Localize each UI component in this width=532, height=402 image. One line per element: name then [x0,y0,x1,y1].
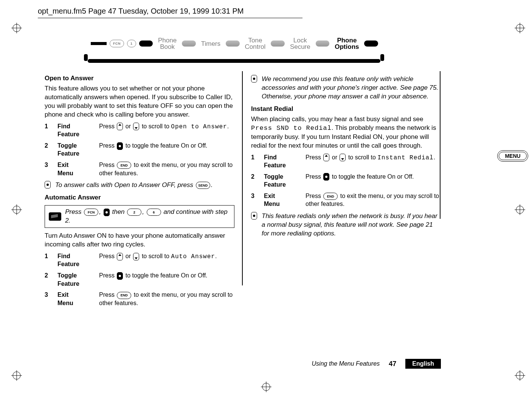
note-instant-redial: This feature redials only when the netwo… [251,212,441,238]
scroll-click-icon [251,75,257,83]
section-title-open-to-answer: Open to Answer [45,74,234,83]
scroll-click-icon [117,272,123,280]
step-text: Press or to scroll to Open to Answer. [99,122,234,139]
breadcrumb-tone-control: Tone Control [243,37,268,50]
breadcrumb-separator [182,41,196,47]
step-text: Press or to scroll to Instant Redial. [306,153,441,170]
column-divider [242,71,243,285]
key-fcn: FCN [84,209,98,216]
step-text: Press or to scroll to Auto Answer. [99,252,234,268]
column-divider-right [440,71,440,219]
scroll-click-icon [104,209,110,216]
breadcrumb-separator [271,41,285,47]
open-to-answer-intro: This feature allows you to set whether o… [45,84,234,119]
breadcrumb-separator [364,41,378,47]
bottom-registration-mark [261,382,271,394]
shortcut-icon [49,212,61,221]
step-text: Press END to exit the menu, or you may s… [306,192,441,208]
step-row: 2 Toggle Feature Press to toggle the fea… [45,142,234,158]
scroll-click-icon [117,142,123,150]
breadcrumb-separator [226,41,240,47]
section-title-instant-redial: Instant Redial [251,105,441,114]
breadcrumb-underline [88,59,380,63]
frame-header-text: opt_menu.fm5 Page 47 Tuesday, October 19… [38,7,302,18]
page-footer: Using the Menu Features 47 English [45,359,441,369]
step-row: 3 Exit Menu Press END to exit the menu, … [251,192,441,208]
scroll-click-icon [323,173,329,181]
step-row: 1 Find Feature Press or to scroll to Ope… [45,122,234,139]
note-auto-answer-vehicle: We recommend you use this feature only w… [251,75,441,101]
instant-redial-intro: When placing calls, you may hear a fast … [251,115,441,150]
step-row: 2 Toggle Feature Press to toggle the fea… [45,271,234,288]
step-row: 3 Exit Menu Press END to exit the menu, … [45,291,234,307]
key-end: END [117,162,131,169]
breadcrumb-lock-secure: Lock Secure [288,37,313,50]
breadcrumb: FCN 1 Phone Book Timers Tone Control Loc… [91,37,378,50]
menu-thumb-tab: MENU [497,150,528,163]
breadcrumb-phone-options: Phone Options [332,37,361,50]
scroll-up-icon [323,154,329,161]
breadcrumb-lead-bar [91,42,107,45]
scroll-up-icon [117,253,123,260]
key-end: END [117,292,131,299]
page-number: 47 [389,360,396,368]
breadcrumb-phone-book: Phone Book [156,37,179,50]
breadcrumb-separator [139,41,153,47]
section-title-automatic-answer: Automatic Answer [45,193,234,202]
step-text: Press to toggle the feature On or Off. [99,142,234,158]
footer-language: English [405,359,441,369]
scroll-down-icon [133,123,139,130]
scroll-down-icon [133,253,139,260]
key-send: SEND [196,182,210,189]
note-open-to-answer: To answer calls with Open to Answer OFF,… [45,181,234,190]
scroll-click-icon [251,212,257,220]
menu-thumb-tab-label: MENU [499,152,527,160]
step-text: Press to toggle the feature On or Off. [306,173,441,189]
step-row: 2 Toggle Feature Press to toggle the fea… [251,173,441,189]
step-row: 3 Exit Menu Press END to exit the menu, … [45,161,234,177]
breadcrumb-timers: Timers [199,41,223,47]
breadcrumb-separator [316,41,330,47]
scroll-up-icon [117,123,123,130]
frame-header: opt_menu.fm5 Page 47 Tuesday, October 19… [38,7,302,18]
step-row: 1 Find Feature Press or to scroll to Aut… [45,252,234,268]
shortcut-box: Press FCN, then 2, 6 and continue with s… [45,205,234,228]
auto-answer-intro: Turn Auto Answer ON to have your phone a… [45,232,234,249]
key-6: 6 [147,209,161,216]
step-row: 1 Find Feature Press or to scroll to Ins… [251,153,441,170]
scroll-click-icon [45,181,51,189]
step-text: Press to toggle the feature On or Off. [99,271,234,288]
step-text: Press END to exit the menu, or you may s… [99,291,234,307]
scroll-down-icon [340,154,346,161]
step-text: Press END to exit the menu, or you may s… [99,161,234,177]
key-1: 1 [127,40,136,47]
key-2: 2 [127,209,141,216]
key-end: END [323,193,338,200]
footer-section-title: Using the Menu Features [312,360,380,367]
key-fcn: FCN [110,40,124,47]
